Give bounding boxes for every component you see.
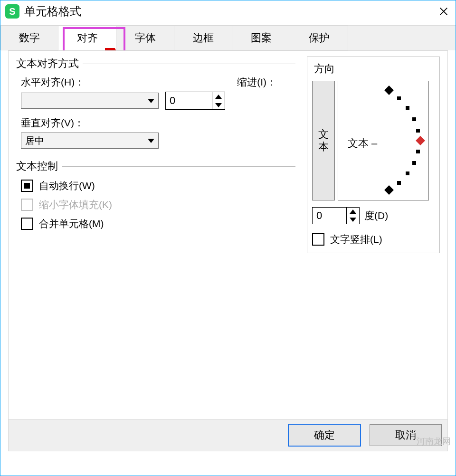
wrap-label: 自动换行(W)	[39, 179, 95, 192]
diamond-icon	[384, 86, 394, 95]
orientation-dial[interactable]: 文本 –	[338, 81, 429, 200]
shrink-checkbox-row: 缩小字体填充(K)	[21, 198, 295, 211]
dot-icon	[416, 129, 420, 133]
right-column: 方向 文 本 文本 –	[307, 57, 440, 253]
app-icon: S	[5, 4, 19, 19]
tab-alignment[interactable]: 对齐	[58, 26, 116, 50]
divider	[62, 166, 295, 167]
dot-icon	[412, 161, 416, 165]
orientation-group: 方向 文 本 文本 –	[307, 57, 440, 253]
wrap-checkbox[interactable]	[21, 180, 33, 192]
chevron-down-icon	[148, 139, 154, 143]
dialog-window: S 单元格格式 数字 对齐 字体 边框 图案 保护 文本对齐方式 水平对齐(H)…	[0, 0, 456, 476]
shrink-label: 缩小字体填充(K)	[39, 198, 112, 211]
dot-icon	[397, 181, 401, 185]
left-column: 文本对齐方式 水平对齐(H)： 缩进(I)： 0	[16, 57, 295, 253]
divider	[83, 64, 295, 64]
text-control-group-label: 文本控制	[16, 159, 58, 173]
merge-checkbox-row[interactable]: 合并单元格(M)	[21, 217, 295, 230]
h-align-label: 水平对齐(H)：	[21, 76, 85, 89]
v-align-value: 居中	[25, 134, 44, 147]
vertical-layout-label: 文字竖排(L)	[330, 233, 382, 246]
window-title: 单元格格式	[24, 4, 81, 19]
h-align-combo[interactable]	[21, 93, 159, 109]
vtext-char2: 本	[318, 141, 329, 153]
text-control-group-title: 文本控制	[16, 159, 295, 173]
dot-icon	[406, 171, 409, 175]
indent-value: 0	[170, 95, 175, 107]
tab-protection[interactable]: 保护	[290, 26, 348, 50]
triangle-up-icon	[350, 209, 356, 214]
degrees-spinner[interactable]: 0	[312, 207, 360, 224]
degrees-value: 0	[316, 209, 322, 222]
merge-checkbox[interactable]	[21, 218, 33, 230]
degrees-down-button[interactable]	[347, 216, 359, 224]
diamond-icon	[384, 185, 394, 195]
triangle-up-icon	[215, 95, 222, 99]
cancel-button[interactable]: 取消	[370, 424, 442, 446]
dial-label: 文本 –	[348, 136, 377, 151]
degrees-up-button[interactable]	[347, 208, 359, 216]
vertical-text-button[interactable]: 文 本	[312, 81, 335, 200]
diamond-red-icon	[416, 136, 425, 145]
triangle-down-icon	[350, 218, 356, 222]
title-bar: S 单元格格式	[0, 0, 456, 22]
triangle-down-icon	[215, 103, 222, 107]
ok-button[interactable]: 确定	[288, 424, 361, 447]
indent-down-button[interactable]	[212, 101, 225, 109]
vertical-layout-checkbox[interactable]	[312, 233, 324, 246]
indent-up-button[interactable]	[212, 92, 225, 101]
vertical-layout-row[interactable]: 文字竖排(L)	[312, 233, 435, 246]
chevron-down-icon	[148, 99, 154, 103]
dialog-footer: 确定 取消	[9, 419, 447, 451]
dot-icon	[416, 150, 420, 153]
degrees-label: 度(D)	[364, 209, 388, 222]
tab-panel: 文本对齐方式 水平对齐(H)： 缩进(I)： 0	[8, 50, 448, 451]
vtext-char1: 文	[318, 128, 329, 141]
dot-icon	[397, 96, 401, 100]
tab-font[interactable]: 字体	[116, 26, 174, 50]
tab-border[interactable]: 边框	[174, 26, 232, 50]
dot-icon	[406, 106, 409, 110]
close-icon[interactable]	[437, 4, 451, 19]
indent-label: 缩进(I)：	[237, 76, 276, 89]
tab-pattern[interactable]: 图案	[232, 26, 290, 50]
tab-number[interactable]: 数字	[0, 26, 58, 50]
v-align-combo[interactable]: 居中	[21, 133, 159, 149]
alignment-group-label: 文本对齐方式	[16, 57, 79, 71]
orientation-title: 方向	[314, 62, 435, 76]
alignment-group-title: 文本对齐方式	[16, 57, 295, 71]
shrink-checkbox	[21, 199, 33, 211]
tab-bar: 数字 对齐 字体 边框 图案 保护	[0, 25, 456, 50]
wrap-checkbox-row[interactable]: 自动换行(W)	[21, 179, 295, 192]
dot-icon	[412, 117, 416, 121]
merge-label: 合并单元格(M)	[39, 217, 104, 230]
v-align-label: 垂直对齐(V)：	[21, 116, 84, 130]
indent-spinner[interactable]: 0	[165, 92, 225, 110]
